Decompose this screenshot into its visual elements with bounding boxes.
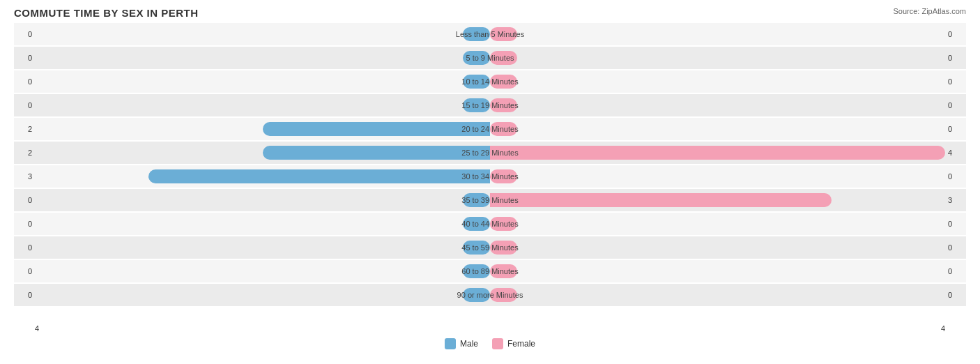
table-row: 220 to 24 Minutes0 [14, 118, 966, 140]
female-legend-box [492, 338, 503, 349]
table-row: 060 to 89 Minutes0 [14, 260, 966, 282]
male-bar [463, 27, 490, 41]
male-value: 0 [14, 291, 35, 299]
male-value: 3 [14, 172, 35, 181]
male-bar [463, 288, 490, 302]
chart-area: 0Less than 5 Minutes005 to 9 Minutes0010… [14, 23, 966, 323]
table-row: 0Less than 5 Minutes0 [14, 23, 966, 45]
female-bar [490, 169, 517, 183]
chart-title: COMMUTE TIME BY SEX IN PERTH [14, 7, 966, 19]
male-bar [463, 241, 490, 255]
bar-section: 30 to 34 Minutes [35, 165, 945, 188]
male-value: 0 [14, 54, 35, 62]
female-value: 0 [945, 77, 966, 86]
female-value: 3 [945, 196, 966, 204]
female-bar [490, 217, 517, 231]
table-row: 035 to 39 Minutes3 [14, 189, 966, 211]
female-bar [490, 241, 517, 255]
male-bar [463, 264, 490, 278]
male-bar [463, 98, 490, 112]
male-value: 0 [14, 196, 35, 204]
male-value: 0 [14, 220, 35, 228]
female-value: 4 [945, 149, 966, 157]
male-bar [148, 169, 490, 183]
female-value: 0 [945, 243, 966, 252]
female-bar [490, 264, 517, 278]
table-row: 045 to 59 Minutes0 [14, 236, 966, 259]
male-value: 0 [14, 30, 35, 38]
bottom-labels: 4 4 [14, 324, 966, 333]
female-value: 0 [945, 101, 966, 109]
female-bar [490, 51, 517, 65]
bar-section: Less than 5 Minutes [35, 23, 945, 45]
male-value: 0 [14, 267, 35, 275]
bar-section: 10 to 14 Minutes [35, 70, 945, 93]
male-bar [463, 75, 490, 89]
female-value: 0 [945, 267, 966, 275]
male-bar [263, 122, 491, 136]
legend-male: Male [445, 338, 478, 349]
bar-section: 35 to 39 Minutes [35, 189, 945, 211]
male-bar [463, 217, 490, 231]
female-value: 0 [945, 54, 966, 62]
source-label: Source: ZipAtlas.com [893, 7, 966, 15]
female-legend-label: Female [507, 339, 535, 349]
female-value: 0 [945, 30, 966, 38]
female-bar [490, 146, 945, 160]
female-bar [490, 193, 832, 207]
chart-container: COMMUTE TIME BY SEX IN PERTH Source: Zip… [0, 0, 980, 364]
legend: Male Female [14, 338, 966, 349]
bar-section: 25 to 29 Minutes [35, 142, 945, 164]
female-value: 0 [945, 220, 966, 228]
male-value: 0 [14, 101, 35, 109]
bottom-right-label: 4 [941, 324, 945, 333]
bar-section: 45 to 59 Minutes [35, 236, 945, 259]
table-row: 330 to 34 Minutes0 [14, 165, 966, 188]
table-row: 015 to 19 Minutes0 [14, 94, 966, 116]
male-bar [463, 51, 490, 65]
table-row: 225 to 29 Minutes4 [14, 142, 966, 164]
bar-section: 40 to 44 Minutes [35, 213, 945, 235]
table-row: 040 to 44 Minutes0 [14, 213, 966, 235]
male-value: 2 [14, 149, 35, 157]
female-value: 0 [945, 172, 966, 181]
bar-section: 5 to 9 Minutes [35, 47, 945, 69]
female-bar [490, 27, 517, 41]
female-bar [490, 288, 517, 302]
bottom-left-label: 4 [35, 324, 39, 333]
male-legend-label: Male [460, 339, 478, 349]
table-row: 090 or more Minutes0 [14, 284, 966, 306]
female-bar [490, 75, 517, 89]
legend-female: Female [492, 338, 535, 349]
female-value: 0 [945, 291, 966, 299]
table-row: 010 to 14 Minutes0 [14, 70, 966, 93]
female-value: 0 [945, 125, 966, 133]
bar-section: 15 to 19 Minutes [35, 94, 945, 116]
bar-section: 60 to 89 Minutes [35, 260, 945, 282]
male-value: 0 [14, 77, 35, 86]
bar-section: 20 to 24 Minutes [35, 118, 945, 140]
male-bar [263, 146, 491, 160]
male-bar [463, 193, 490, 207]
male-value: 0 [14, 243, 35, 252]
male-value: 2 [14, 125, 35, 133]
female-bar [490, 98, 517, 112]
bar-section: 90 or more Minutes [35, 284, 945, 306]
male-legend-box [445, 338, 456, 349]
table-row: 05 to 9 Minutes0 [14, 47, 966, 69]
female-bar [490, 122, 517, 136]
